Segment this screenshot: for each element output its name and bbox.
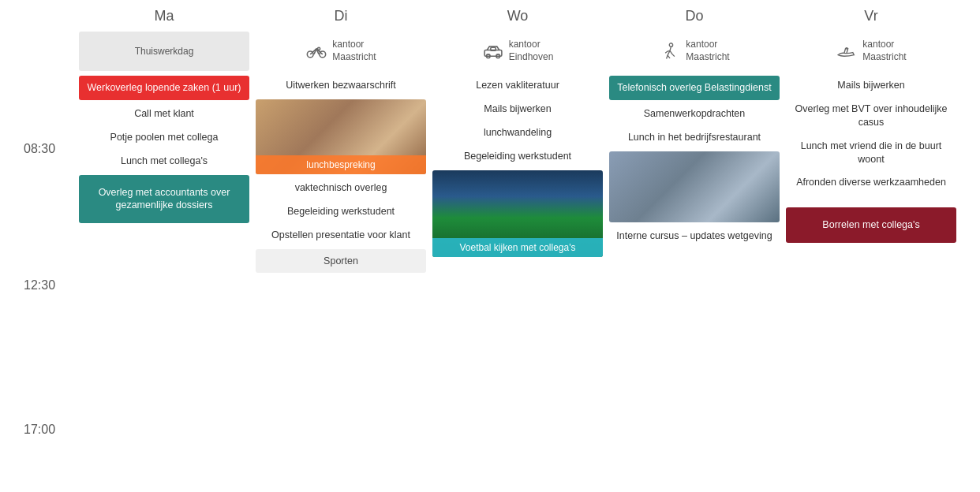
time-column: 08:30 12:30 17:00	[24, 8, 79, 484]
day-col-do: Do kantoorMaastricht Telefonisch overleg…	[609, 8, 780, 484]
event-lunchwandeling[interactable]: lunchwandeling	[432, 123, 603, 143]
time-label-1230: 12:30	[24, 278, 79, 293]
day-col-wo: Wo kantoorEindhoven Lezen vakliteratuur …	[432, 8, 603, 484]
day-col-di: Di kantoorMaastricht Uitwerken bezwaarsc…	[256, 8, 426, 484]
event-voetbal[interactable]: Voetbal kijken met collega's	[432, 170, 603, 257]
event-begeleiding-di[interactable]: Begeleiding werkstudent	[256, 202, 426, 222]
location-wo: kantoorEindhoven	[432, 32, 603, 71]
location-vr-text: kantoorMaastricht	[862, 39, 906, 63]
car-icon	[482, 43, 504, 60]
event-lunch-collega[interactable]: Lunch met collega's	[79, 151, 249, 171]
event-call-klant[interactable]: Call met klant	[79, 104, 249, 124]
event-borrelen[interactable]: Borrelen met collega's	[786, 207, 956, 243]
day-header-di: Di	[256, 8, 426, 32]
lunchbespreking-label: lunchbespreking	[256, 155, 426, 174]
event-poolen[interactable]: Potje poolen met collega	[79, 128, 249, 147]
event-overleg-bvt[interactable]: Overleg met BVT over inhoudelijke casus	[786, 99, 956, 132]
location-ma-text: Thuiswerkdag	[135, 46, 194, 57]
event-image-meeting	[609, 151, 780, 222]
event-lunchbespreking[interactable]: lunchbespreking	[256, 99, 426, 174]
svg-point-7	[670, 43, 673, 47]
location-di: kantoorMaastricht	[256, 32, 426, 71]
days-container: Ma Thuiswerkdag Werkoverleg lopende zake…	[79, 8, 956, 484]
location-ma: Thuiswerkdag	[79, 32, 249, 71]
shoe-icon	[836, 43, 858, 60]
day-header-wo: Wo	[432, 8, 603, 32]
event-sporten[interactable]: Sporten	[256, 249, 426, 274]
event-overleg-accountants[interactable]: Overleg met accountants over gezamenlijk…	[79, 175, 249, 224]
location-vr: kantoorMaastricht	[786, 32, 956, 71]
event-mails-vr[interactable]: Mails bijwerken	[786, 76, 956, 95]
location-wo-text: kantoorEindhoven	[509, 39, 554, 63]
location-do: kantoorMaastricht	[609, 32, 780, 71]
walk-icon	[659, 43, 681, 60]
location-di-text: kantoorMaastricht	[332, 39, 376, 63]
event-samenwerk[interactable]: Samenwerkopdrachten	[609, 104, 780, 124]
event-begeleiding-wo[interactable]: Begeleiding werkstudent	[432, 147, 603, 166]
event-afronden[interactable]: Afronden diverse werkzaamheden	[786, 173, 956, 192]
event-vaktechnisch[interactable]: vaktechnisch overleg	[256, 178, 426, 198]
time-label-1700: 17:00	[24, 423, 79, 437]
event-cursus[interactable]: Interne cursus – updates wetgeving	[609, 226, 780, 246]
event-lezen[interactable]: Lezen vakliteratuur	[432, 76, 603, 95]
event-uitwerken[interactable]: Uitwerken bezwaarschrift	[256, 76, 426, 95]
day-header-ma: Ma	[79, 8, 249, 32]
day-col-ma: Ma Thuiswerkdag Werkoverleg lopende zake…	[79, 8, 249, 484]
event-telefonisch[interactable]: Telefonisch overleg Belastingdienst	[609, 76, 780, 100]
day-header-vr: Vr	[786, 8, 956, 32]
bicycle-icon	[305, 43, 327, 60]
svg-rect-6	[491, 47, 496, 50]
voetbal-label: Voetbal kijken met collega's	[432, 238, 603, 257]
location-do-text: kantoorMaastricht	[686, 39, 729, 63]
event-mails-wo[interactable]: Mails bijwerken	[432, 99, 603, 119]
time-label-0830: 08:30	[24, 142, 79, 156]
event-presentatie[interactable]: Opstellen presentatie voor klant	[256, 226, 426, 245]
event-werkoverleg[interactable]: Werkoverleg lopende zaken (1 uur)	[79, 76, 249, 100]
svg-point-2	[318, 47, 320, 50]
calendar-wrapper: 08:30 12:30 17:00 Ma Thuiswerkdag Werkov…	[0, 0, 980, 492]
event-lunch-vriend[interactable]: Lunch met vriend die in de buurt woont	[786, 136, 956, 170]
event-lunch-do[interactable]: Lunch in het bedrijfsrestaurant	[609, 128, 780, 147]
day-col-vr: Vr kantoorMaastricht Mails bijwerken Ove…	[786, 8, 956, 484]
day-header-do: Do	[609, 8, 780, 32]
